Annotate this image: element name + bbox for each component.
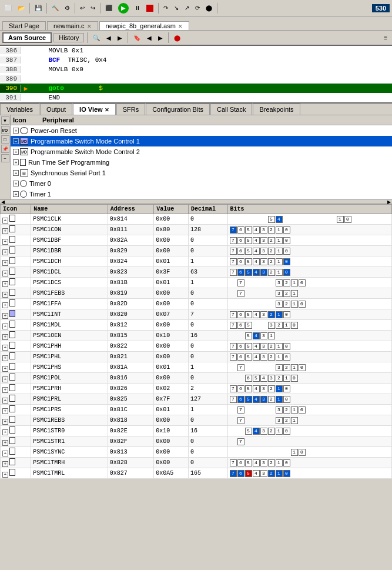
reg-value-cell[interactable]: 0x00 — [154, 436, 189, 447]
bit-cell[interactable]: 2 — [268, 226, 275, 234]
bit-cell[interactable]: 6 — [245, 375, 252, 382]
bit-cell[interactable]: 0 — [291, 375, 298, 382]
expand-reg-icon[interactable]: + — [2, 239, 8, 245]
expand-rtsp-icon[interactable]: + — [13, 159, 19, 165]
reg-value-cell[interactable]: 0x01 — [154, 405, 189, 415]
bit-cell[interactable]: 1 — [276, 226, 283, 234]
bit-cell[interactable]: 6 — [237, 385, 244, 392]
bit-cell[interactable]: 2 — [283, 290, 290, 297]
bit-cell[interactable]: 3 — [260, 459, 267, 466]
bit-cell[interactable]: 2 — [268, 343, 275, 350]
close-asm-icon[interactable]: ✕ — [178, 24, 183, 29]
prev-bookmark-button[interactable]: ◀ — [145, 34, 154, 42]
bit-cell[interactable]: 7 — [237, 406, 244, 414]
expand-reg-icon[interactable]: + — [2, 271, 8, 276]
bit-cell[interactable]: 1 — [276, 258, 283, 265]
expand-reg-icon[interactable]: + — [2, 228, 8, 234]
expand-reg-icon[interactable]: + — [2, 218, 8, 224]
reg-value-cell[interactable]: 0x10 — [154, 331, 189, 341]
bit-cell[interactable]: 0 — [283, 459, 290, 466]
expand-reg-icon[interactable]: + — [2, 419, 8, 425]
bit-cell[interactable]: 1 — [276, 459, 283, 466]
bit-cell[interactable]: 6 — [237, 322, 244, 329]
bit-cell[interactable]: 5 — [245, 269, 252, 276]
bit-cell[interactable]: 1 — [276, 428, 283, 435]
bit-cell[interactable]: 1 — [276, 396, 283, 403]
next-bookmark-button[interactable]: ▶ — [156, 34, 165, 42]
bit-cell[interactable]: 0 — [283, 269, 290, 276]
expand-reg-icon[interactable]: + — [2, 440, 8, 446]
bit-cell[interactable]: 1 — [283, 322, 290, 329]
bit-cell[interactable]: 1 — [291, 406, 298, 414]
table-row[interactable]: +PSMC1PHL0x8210x00076543210 — [1, 352, 392, 362]
bit-cell[interactable]: 2 — [268, 354, 275, 361]
bit-cell[interactable]: 2 — [268, 459, 275, 466]
reg-bits-cell[interactable]: 10 — [227, 447, 392, 458]
tab-breakpoints[interactable]: Breakpoints — [253, 104, 300, 115]
bit-cell[interactable]: 5 — [245, 470, 252, 477]
bit-cell[interactable]: 1 — [276, 311, 283, 318]
expand-ssp-icon[interactable]: + — [13, 170, 19, 176]
bit-cell[interactable]: 1 — [291, 417, 298, 424]
bit-cell[interactable]: 7 — [230, 354, 237, 361]
reg-bits-cell[interactable]: 76543210 — [227, 309, 392, 320]
reg-bits-cell[interactable]: 73210 — [227, 278, 392, 288]
peripheral-timer0[interactable]: + Timer 0 — [11, 178, 392, 189]
tab-io-view[interactable]: IO View✕ — [73, 104, 116, 115]
expand-timer0-icon[interactable]: + — [13, 181, 19, 186]
table-row[interactable]: +PSMC1DCS0x81B0x01173210 — [1, 278, 392, 288]
expand-reg-icon[interactable]: + — [2, 408, 8, 414]
bit-cell[interactable]: 2 — [268, 237, 275, 244]
bit-cell[interactable]: 5 — [268, 216, 275, 223]
bit-cell[interactable]: 3 — [268, 375, 275, 382]
table-row[interactable]: +PSMC1STR10x82F0x0007 — [1, 436, 392, 447]
bit-cell[interactable]: 3 — [260, 354, 267, 361]
bit-cell[interactable]: 3 — [260, 311, 267, 318]
bit-cell[interactable]: 6 — [237, 311, 244, 318]
reg-value-cell[interactable]: 0x00 — [154, 415, 189, 426]
reg-value-cell[interactable]: 0x07 — [154, 309, 189, 320]
bit-cell[interactable]: 2 — [268, 396, 275, 403]
tab-asm[interactable]: newpic_8b_general.asm✕ — [99, 21, 189, 30]
run-button[interactable]: ▶ — [116, 2, 131, 15]
bit-cell[interactable]: 7 — [230, 322, 237, 329]
bit-cell[interactable]: 6 — [237, 258, 244, 265]
expand-reg-icon[interactable]: + — [2, 429, 8, 435]
tab-start-page[interactable]: Start Page — [2, 21, 46, 30]
bit-cell[interactable]: 3 — [268, 322, 275, 329]
bit-cell[interactable]: 5 — [245, 385, 252, 392]
bit-cell[interactable]: 7 — [237, 438, 244, 445]
sidebar-minus-icon[interactable]: − — [1, 154, 9, 162]
expand-reg-icon[interactable]: + — [2, 334, 8, 340]
reg-value-cell[interactable]: 0x00 — [154, 341, 189, 352]
table-row[interactable]: +PSMC1FFA0x82D0x0003210 — [1, 299, 392, 309]
reg-bits-cell[interactable]: 76543210 — [227, 235, 392, 246]
reg-value-cell[interactable]: 0x3F — [154, 267, 189, 278]
tab-sfrs[interactable]: SFRs — [116, 104, 146, 115]
reg-bits-cell[interactable]: 76543210 — [227, 468, 392, 479]
bit-cell[interactable]: 1 — [276, 237, 283, 244]
bit-cell[interactable]: 1 — [268, 332, 275, 339]
bit-cell[interactable]: 0 — [283, 343, 290, 350]
reg-bits-cell[interactable]: 543210 — [227, 426, 392, 436]
bit-cell[interactable]: 1 — [291, 301, 298, 308]
bit-cell[interactable]: 0 — [299, 449, 306, 456]
bit-cell[interactable]: 1 — [276, 470, 283, 477]
bit-cell[interactable]: 1 — [276, 269, 283, 276]
bit-cell[interactable]: 4 — [253, 311, 260, 318]
bit-cell[interactable]: 4 — [253, 428, 260, 435]
expand-reg-icon[interactable]: + — [2, 260, 8, 266]
bit-cell[interactable]: 3 — [276, 364, 283, 371]
reg-value-cell[interactable]: 0x00 — [154, 373, 189, 384]
bit-cell[interactable]: 2 — [268, 428, 275, 435]
table-row[interactable]: +PSMC1DCH0x8240x01176543210 — [1, 256, 392, 267]
table-row[interactable]: +PSMC1POL0x8160x0006543210 — [1, 373, 392, 384]
bit-cell[interactable]: 0 — [283, 385, 290, 392]
bit-cell[interactable]: 0 — [283, 258, 290, 265]
bit-cell[interactable]: 5 — [253, 375, 260, 382]
bit-cell[interactable]: 3 — [260, 332, 267, 339]
reg-bits-cell[interactable]: 7653210 — [227, 320, 392, 331]
bit-cell[interactable]: 6 — [237, 459, 244, 466]
table-row[interactable]: +PSMC1PRH0x8260x02276543210 — [1, 384, 392, 394]
bit-cell[interactable]: 7 — [230, 343, 237, 350]
